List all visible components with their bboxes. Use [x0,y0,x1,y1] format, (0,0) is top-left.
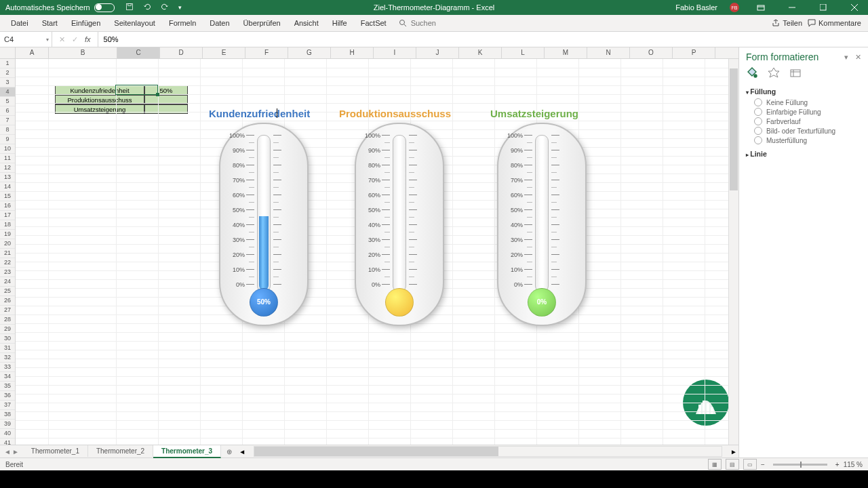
column-header[interactable]: H [331,47,374,58]
zoom-out-icon[interactable]: − [761,461,765,468]
tab-seitenlayout[interactable]: Seitenlayout [107,15,162,31]
fill-option[interactable]: Farbverlauf [739,117,868,126]
column-header[interactable]: E [203,47,245,58]
user-name[interactable]: Fabio Basler [675,3,717,12]
sheet-tab[interactable]: Thermometer_3 [153,445,221,458]
row-header[interactable]: 1 [0,59,15,68]
row-header[interactable]: 15 [0,192,15,201]
row-header[interactable]: 34 [0,372,15,382]
row-header[interactable]: 4 [0,87,15,97]
maximize-icon[interactable] [814,0,833,15]
autosave-toggle[interactable]: Automatisches Speichern [0,3,120,12]
row-header[interactable]: 22 [0,258,15,268]
size-tab-icon[interactable] [789,66,802,80]
add-sheet-button[interactable]: ⊕ [221,448,237,455]
ribbon-options-icon[interactable] [751,0,770,15]
tab-factset[interactable]: FactSet [354,15,393,31]
fill-option[interactable]: Keine Füllung [739,98,868,107]
thermometer-chart[interactable]: 100%90%80%70%60%50%40%30%20%10%0%0% [497,123,587,326]
row-header[interactable]: 21 [0,249,15,258]
row-header[interactable]: 31 [0,344,15,353]
tab-datei[interactable]: Datei [4,15,35,31]
row-header[interactable]: 11 [0,154,15,163]
comments-button[interactable]: Kommentare [808,19,861,27]
row-header[interactable]: 26 [0,296,15,306]
row-header[interactable]: 7 [0,116,15,125]
row-header[interactable]: 13 [0,173,15,182]
switch-icon[interactable] [94,3,115,12]
fill-option[interactable]: Bild- oder Texturfüllung [739,126,868,136]
column-header[interactable]: A [16,47,49,58]
view-normal-icon[interactable]: ▦ [708,459,722,470]
row-header[interactable]: 17 [0,211,15,220]
panel-close-icon[interactable]: ✕ [855,53,861,62]
column-header[interactable]: K [459,47,502,58]
tab-einfuegen[interactable]: Einfügen [64,15,107,31]
row-header[interactable]: 14 [0,182,15,192]
row-header[interactable]: 38 [0,410,15,420]
row-header[interactable]: 37 [0,401,15,410]
row-header[interactable]: 18 [0,220,15,230]
row-header[interactable]: 23 [0,268,15,277]
section-fill[interactable]: Füllung [739,85,868,98]
row-header[interactable]: 36 [0,391,15,401]
row-header[interactable]: 3 [0,78,15,87]
column-headers[interactable]: ABCDEFGHIJKLMNOP [0,47,738,59]
row-header[interactable]: 32 [0,353,15,363]
table-cell[interactable]: 50% [144,85,188,95]
row-header[interactable]: 27 [0,306,15,315]
row-header[interactable]: 5 [0,97,15,106]
row-header[interactable]: 12 [0,163,15,173]
row-header[interactable]: 10 [0,144,15,154]
sheet-tab[interactable]: Thermometer_1 [23,445,88,457]
row-header[interactable]: 41 [0,439,15,445]
share-button[interactable]: Teilen [772,19,802,27]
column-header[interactable]: I [374,47,416,58]
tab-start[interactable]: Start [35,15,64,31]
row-header[interactable]: 35 [0,382,15,391]
name-box[interactable]: C4▾ [0,32,52,47]
column-header[interactable]: J [416,47,459,58]
thermometer-chart[interactable]: 100%90%80%70%60%50%40%30%20%10%0% [355,123,444,326]
tab-nav-next-icon[interactable]: ► [12,448,19,455]
tab-nav-prev-icon[interactable]: ◄ [4,448,11,455]
save-icon[interactable] [125,3,134,12]
row-header[interactable]: 40 [0,429,15,439]
table-cell[interactable]: Kundenzufriedenheit [55,85,144,95]
qat-customize-icon[interactable]: ▾ [178,4,182,11]
column-header[interactable]: O [630,47,673,58]
tab-ansicht[interactable]: Ansicht [288,15,326,31]
fill-line-tab-icon[interactable] [746,66,758,80]
thermometer-chart[interactable]: 100%90%80%70%60%50%40%30%20%10%0%50% [219,123,309,326]
row-header[interactable]: 29 [0,325,15,334]
row-header[interactable]: 24 [0,277,15,287]
zoom-slider[interactable] [773,464,827,466]
row-header[interactable]: 6 [0,106,15,116]
row-header[interactable]: 19 [0,230,15,239]
row-header[interactable]: 16 [0,201,15,211]
section-line[interactable]: Linie [739,148,868,160]
column-header[interactable]: F [245,47,288,58]
row-header[interactable]: 33 [0,363,15,372]
avatar[interactable]: FB [730,3,739,12]
fill-option[interactable]: Einfarbige Füllung [739,107,868,117]
row-header[interactable]: 39 [0,420,15,429]
enter-formula-icon[interactable]: ✓ [72,35,78,44]
tab-formeln[interactable]: Formeln [162,15,203,31]
column-header[interactable]: L [502,47,545,58]
view-pagebreak-icon[interactable]: ▭ [743,459,757,470]
row-header[interactable]: 30 [0,334,15,344]
row-header[interactable]: 9 [0,135,15,144]
fx-icon[interactable]: fx [85,35,91,43]
close-icon[interactable] [845,0,864,15]
row-header[interactable]: 20 [0,239,15,249]
panel-menu-icon[interactable]: ▾ [844,53,848,62]
search-box[interactable] [393,15,494,31]
sheet-tab[interactable]: Thermometer_2 [88,445,153,457]
redo-icon[interactable] [161,3,169,12]
row-header[interactable]: 2 [0,68,15,78]
zoom-in-icon[interactable]: + [835,461,840,468]
vertical-scrollbar[interactable] [728,59,738,445]
cancel-formula-icon[interactable]: ✕ [59,35,65,44]
row-header[interactable]: 8 [0,125,15,135]
